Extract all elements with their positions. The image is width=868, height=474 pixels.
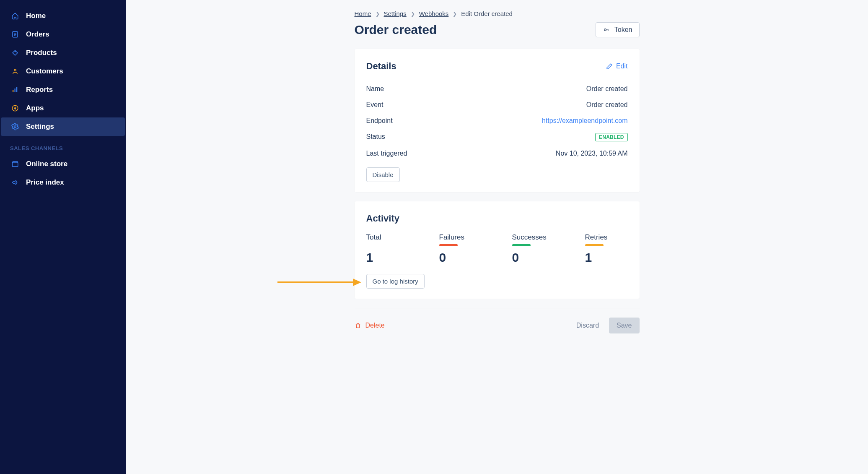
stat-label: Failures — [439, 233, 490, 242]
stat-underline-orange — [585, 244, 604, 246]
detail-label: Name — [366, 85, 384, 93]
edit-button-label: Edit — [616, 63, 628, 70]
save-button[interactable]: Save — [609, 318, 639, 333]
svg-marker-11 — [353, 279, 361, 286]
sidebar-item-label: Price index — [26, 178, 64, 187]
reports-icon — [11, 86, 19, 94]
customers-icon — [11, 67, 19, 76]
svg-rect-5 — [16, 87, 17, 92]
svg-point-2 — [14, 69, 16, 71]
chevron-right-icon: ❯ — [376, 11, 380, 17]
chevron-right-icon: ❯ — [411, 11, 415, 17]
svg-point-1 — [15, 51, 16, 52]
annotation-arrow-icon — [277, 276, 361, 289]
stat-value: 0 — [439, 250, 490, 265]
sidebar-item-label: Apps — [26, 104, 44, 112]
sidebar-item-apps[interactable]: Apps — [1, 99, 125, 117]
detail-row-event: Event Order created — [366, 97, 628, 113]
detail-label: Event — [366, 101, 383, 109]
sidebar-item-label: Home — [26, 12, 46, 20]
detail-row-endpoint: Endpoint https://exampleendpoint.com — [366, 113, 628, 129]
sidebar: Home Orders Products Customers Reports A… — [0, 0, 126, 474]
stat-label: Total — [366, 233, 417, 242]
sidebar-item-label: Orders — [26, 30, 49, 39]
sidebar-item-label: Reports — [26, 86, 53, 94]
sidebar-item-products[interactable]: Products — [1, 44, 125, 62]
breadcrumb-webhooks[interactable]: Webhooks — [419, 10, 449, 17]
details-title: Details — [366, 61, 396, 72]
sidebar-item-orders[interactable]: Orders — [1, 25, 125, 44]
status-badge: ENABLED — [595, 133, 627, 141]
stat-total: Total 1 — [366, 233, 417, 265]
breadcrumb-home[interactable]: Home — [355, 10, 371, 17]
stat-underline-red — [439, 244, 458, 246]
detail-label: Last triggered — [366, 150, 407, 157]
token-button[interactable]: Token — [596, 22, 640, 37]
stat-retries: Retries 1 — [585, 233, 635, 265]
sidebar-item-online-store[interactable]: Online store — [1, 155, 125, 173]
sidebar-item-label: Products — [26, 49, 57, 57]
sidebar-item-reports[interactable]: Reports — [1, 81, 125, 99]
breadcrumb: Home ❯ Settings ❯ Webhooks ❯ Edit Order … — [355, 10, 640, 17]
key-icon — [603, 27, 610, 33]
chevron-right-icon: ❯ — [453, 11, 457, 17]
stat-failures: Failures 0 — [439, 233, 490, 265]
detail-row-status: Status ENABLED — [366, 129, 628, 146]
stat-value: 0 — [512, 250, 562, 265]
activity-card: Activity Total 1 Failures 0 Successes 0 — [355, 201, 640, 299]
action-row: Delete Discard Save — [355, 308, 640, 333]
discard-button[interactable]: Discard — [570, 318, 605, 333]
breadcrumb-settings[interactable]: Settings — [384, 10, 407, 17]
home-icon — [11, 12, 19, 20]
detail-value: Order created — [586, 85, 628, 93]
svg-rect-3 — [13, 90, 13, 92]
token-button-label: Token — [614, 26, 632, 34]
orders-icon — [11, 30, 19, 39]
sidebar-item-price-index[interactable]: Price index — [1, 173, 125, 192]
sidebar-item-home[interactable]: Home — [1, 7, 125, 25]
activity-title: Activity — [366, 213, 399, 224]
stat-successes: Successes 0 — [512, 233, 562, 265]
stat-value: 1 — [366, 250, 417, 265]
sidebar-item-label: Online store — [26, 160, 67, 168]
svg-rect-4 — [15, 89, 16, 92]
sidebar-item-settings[interactable]: Settings — [1, 117, 125, 136]
sidebar-item-label: Customers — [26, 67, 63, 76]
sidebar-item-customers[interactable]: Customers — [1, 62, 125, 81]
detail-row-name: Name Order created — [366, 81, 628, 97]
details-card: Details Edit Name Order created Event Or… — [355, 49, 640, 192]
detail-value: Order created — [586, 101, 628, 109]
svg-rect-8 — [12, 163, 18, 167]
store-icon — [11, 160, 19, 168]
detail-row-last-triggered: Last triggered Nov 10, 2023, 10:59 AM — [366, 146, 628, 161]
main-content: Home ❯ Settings ❯ Webhooks ❯ Edit Order … — [126, 0, 868, 474]
stat-underline-green — [512, 244, 531, 246]
megaphone-icon — [11, 178, 19, 187]
trash-icon — [355, 322, 361, 329]
settings-icon — [11, 122, 19, 131]
breadcrumb-current: Edit Order created — [461, 10, 513, 17]
detail-label: Status — [366, 133, 385, 141]
disable-button[interactable]: Disable — [366, 167, 400, 182]
apps-icon — [11, 104, 19, 112]
delete-button[interactable]: Delete — [355, 322, 385, 329]
detail-value: Nov 10, 2023, 10:59 AM — [556, 150, 628, 157]
stat-label: Successes — [512, 233, 562, 242]
delete-button-label: Delete — [365, 322, 385, 329]
svg-point-9 — [604, 29, 606, 31]
detail-label: Endpoint — [366, 117, 393, 125]
svg-point-7 — [14, 126, 16, 128]
stat-value: 1 — [585, 250, 635, 265]
pencil-icon — [606, 63, 613, 70]
detail-value-link[interactable]: https://exampleendpoint.com — [542, 117, 628, 125]
sidebar-section-label: SALES CHANNELS — [0, 136, 126, 155]
log-history-button[interactable]: Go to log history — [366, 274, 425, 289]
page-title: Order created — [355, 23, 437, 37]
edit-button[interactable]: Edit — [606, 63, 628, 70]
products-icon — [11, 49, 19, 57]
stat-label: Retries — [585, 233, 635, 242]
sidebar-item-label: Settings — [26, 122, 54, 131]
